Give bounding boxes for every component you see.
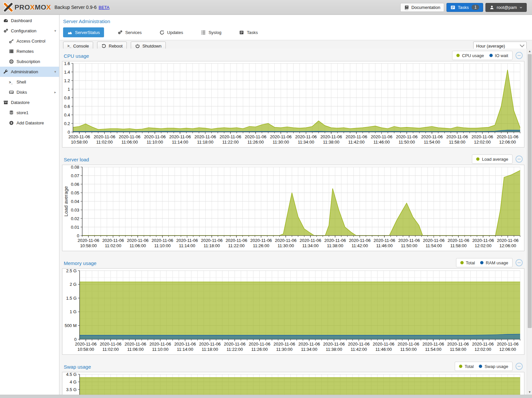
sidebar-item-administration[interactable]: Administration▾ xyxy=(0,67,59,77)
svg-text:12:06:00: 12:06:00 xyxy=(499,243,516,248)
svg-text:2020-11-06: 2020-11-06 xyxy=(472,238,494,243)
book-icon xyxy=(404,5,409,10)
svg-text:11:46:00: 11:46:00 xyxy=(373,140,390,145)
legend-item-load-average[interactable]: Load average xyxy=(476,157,508,162)
tab-serverstatus[interactable]: ServerStatus xyxy=(63,27,104,37)
proxmox-logo: PROXMOX xyxy=(3,2,51,12)
vertical-scrollbar-thumb[interactable] xyxy=(528,54,532,328)
svg-text:2020-11-06: 2020-11-06 xyxy=(447,238,469,243)
svg-text:2020-11-06: 2020-11-06 xyxy=(220,134,241,139)
sidebar-item-remotes[interactable]: Remotes xyxy=(0,46,59,56)
legend-item-swap-usage[interactable]: Swap usage xyxy=(479,364,508,369)
tab-updates[interactable]: Updates xyxy=(155,27,187,37)
svg-text:2020-11-06: 2020-11-06 xyxy=(150,342,171,347)
tasks-button[interactable]: Tasks 1 xyxy=(446,3,483,12)
svg-text:3.5 G: 3.5 G xyxy=(66,387,77,392)
sidebar-item-store1[interactable]: store1 xyxy=(0,108,59,118)
archive-icon xyxy=(3,100,8,105)
chart-swap: 0500 M1 G1.5 G2 G2.5 G3 G3.5 G4 G4.5 G20… xyxy=(62,372,524,398)
sidebar-item-label: Administration xyxy=(11,69,38,74)
beta-link[interactable]: BETA xyxy=(99,5,110,10)
sidebar-nav: DashboardConfiguration▾Access ControlRem… xyxy=(0,15,59,395)
legend-item-total[interactable]: Total xyxy=(460,260,475,265)
svg-text:11:26:00: 11:26:00 xyxy=(253,243,269,248)
remotes-icon xyxy=(9,49,14,54)
svg-text:11:54:00: 11:54:00 xyxy=(424,140,440,145)
sidebar-item-label: Subscription xyxy=(17,59,40,64)
tab-label: Syslog xyxy=(208,30,221,35)
svg-text:500 M: 500 M xyxy=(65,323,77,328)
vertical-scrollbar[interactable]: ▲ ▼ xyxy=(527,49,532,395)
legend-item-ram-usage[interactable]: RAM usage xyxy=(480,260,508,265)
charts-scroll-area: CPU usageCPU usageIO wait00.20.40.60.811… xyxy=(60,49,527,398)
legend-item-cpu-usage[interactable]: CPU usage xyxy=(456,53,484,58)
svg-text:2020-11-06: 2020-11-06 xyxy=(273,342,295,347)
svg-text:2020-11-06: 2020-11-06 xyxy=(398,342,419,347)
tasks-icon xyxy=(450,5,455,10)
legend-label: IO wait xyxy=(495,53,508,58)
power-icon xyxy=(135,44,140,49)
svg-text:11:26:00: 11:26:00 xyxy=(251,347,268,352)
legend-dot xyxy=(460,261,464,264)
svg-text:11:18:00: 11:18:00 xyxy=(197,140,214,145)
sidebar-item-configuration[interactable]: Configuration▾ xyxy=(0,26,59,36)
svg-text:11:14:00: 11:14:00 xyxy=(179,243,195,248)
sidebar-item-label: Disks xyxy=(17,90,27,95)
sidebar-item-dashboard[interactable]: Dashboard xyxy=(0,16,59,26)
tab-tasks[interactable]: Tasks xyxy=(235,27,262,37)
svg-text:1: 1 xyxy=(68,87,70,92)
svg-text:2020-11-06: 2020-11-06 xyxy=(472,342,494,347)
sidebar-item-subscription[interactable]: Subscription xyxy=(0,56,59,67)
sidebar-item-datastore[interactable]: Datastore xyxy=(0,97,59,108)
horizontal-scrollbar[interactable] xyxy=(0,395,532,398)
legend-label: Total xyxy=(466,260,475,265)
sidebar-item-label: Dashboard xyxy=(11,18,32,23)
sidebar-item-disks[interactable]: Disks▸ xyxy=(0,87,59,97)
svg-text:2020-11-06: 2020-11-06 xyxy=(152,238,173,243)
svg-text:1 G: 1 G xyxy=(70,309,77,314)
sidebar-item-access-control[interactable]: Access Control xyxy=(0,36,59,46)
svg-text:11:34:00: 11:34:00 xyxy=(302,243,319,248)
gears-icon xyxy=(3,28,8,33)
documentation-button[interactable]: Documentation xyxy=(400,3,444,12)
svg-text:2020-11-06: 2020-11-06 xyxy=(174,342,196,347)
legend-item-total[interactable]: Total xyxy=(459,364,474,369)
svg-text:0.02: 0.02 xyxy=(71,216,79,221)
legend-item-io-wait[interactable]: IO wait xyxy=(489,53,508,58)
svg-text:11:58:00: 11:58:00 xyxy=(449,140,465,145)
reboot-label: Reboot xyxy=(109,44,123,49)
svg-text:10:58:00: 10:58:00 xyxy=(77,347,94,352)
svg-text:11:06:00: 11:06:00 xyxy=(122,140,138,145)
key-icon xyxy=(9,39,14,44)
svg-text:12:02:00: 12:02:00 xyxy=(475,243,492,248)
svg-text:2.5 G: 2.5 G xyxy=(66,269,77,273)
legend-label: RAM usage xyxy=(486,260,508,265)
terminal-icon: >_ xyxy=(67,44,71,48)
scroll-down-arrow[interactable]: ▼ xyxy=(527,390,532,394)
expand-arrow-icon[interactable]: ▸ xyxy=(54,90,56,94)
chart-load: 00.010.020.030.040.050.060.070.082020-11… xyxy=(62,165,524,251)
tab-syslog[interactable]: Syslog xyxy=(196,27,226,37)
svg-text:1.2: 1.2 xyxy=(64,78,70,83)
svg-text:11:30:00: 11:30:00 xyxy=(277,243,294,248)
svg-text:11:06:00: 11:06:00 xyxy=(129,243,146,248)
svg-text:11:02:00: 11:02:00 xyxy=(102,347,119,352)
svg-text:2020-11-06: 2020-11-06 xyxy=(245,134,266,139)
svg-text:2020-11-06: 2020-11-06 xyxy=(100,342,122,347)
collapse-panel-button[interactable] xyxy=(515,362,523,370)
chart-legend-swap: TotalSwap usage xyxy=(455,362,513,371)
collapse-arrow-icon[interactable]: ▾ xyxy=(54,70,56,74)
collapse-panel-button[interactable] xyxy=(515,155,523,163)
svg-text:0: 0 xyxy=(77,233,79,238)
collapse-panel-button[interactable] xyxy=(515,51,523,59)
user-menu-button[interactable]: root@pam xyxy=(485,3,527,12)
collapse-arrow-icon[interactable]: ▾ xyxy=(54,29,56,33)
tab-bar: ServerStatusServicesUpdatesSyslogTasks xyxy=(60,25,532,40)
sidebar-item-shell[interactable]: >_Shell xyxy=(0,77,59,87)
scroll-up-arrow[interactable]: ▲ xyxy=(527,50,532,53)
sidebar-item-add-datastore[interactable]: Add Datastore xyxy=(0,118,59,128)
tab-services[interactable]: Services xyxy=(113,27,146,37)
svg-text:11:10:00: 11:10:00 xyxy=(154,243,171,248)
brand-wordmark: PROXMOX xyxy=(15,3,51,11)
collapse-panel-button[interactable] xyxy=(515,259,523,267)
